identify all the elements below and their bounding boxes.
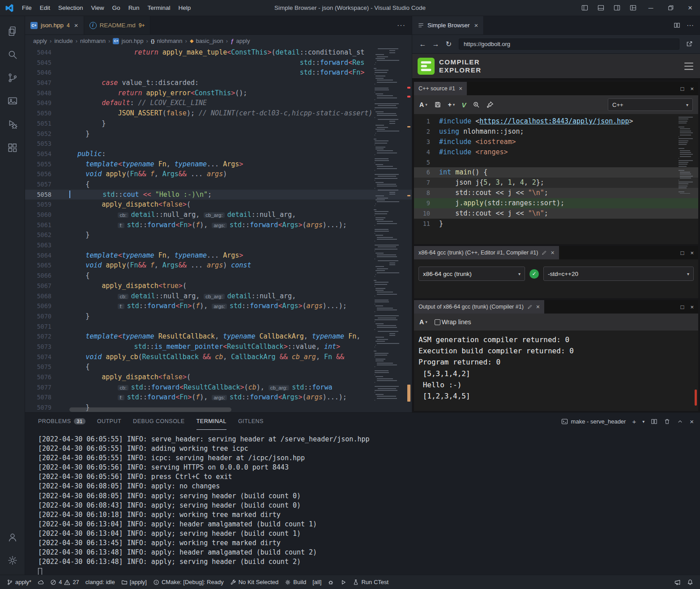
tab-simple-browser[interactable]: Simple Browser × <box>412 16 484 34</box>
language-select[interactable]: C++ ▾ <box>608 98 693 111</box>
rename-pencil-icon[interactable] <box>527 304 533 309</box>
split-terminal-icon[interactable] <box>651 418 657 425</box>
breadcrumb-item-basic-json[interactable]: ◆basic_json <box>190 38 223 44</box>
vim-mode-icon[interactable]: V <box>461 101 466 109</box>
breadcrumb-item-include[interactable]: include <box>54 38 73 44</box>
restore-button[interactable] <box>661 0 680 16</box>
menu-run[interactable]: Run <box>124 0 144 16</box>
forward-button[interactable]: → <box>430 38 442 50</box>
status-debug-target[interactable] <box>324 575 337 589</box>
add-pane-button[interactable]: +▾ <box>448 101 455 108</box>
panel-tab-gitlens[interactable]: GITLENS <box>238 413 264 430</box>
customize-layout-icon[interactable] <box>625 0 641 16</box>
menu-view[interactable]: View <box>87 0 108 16</box>
font-size-button[interactable]: A▾ <box>419 318 427 326</box>
breadcrumb-item-nlohmann[interactable]: {}nlohmann <box>151 38 183 44</box>
close-pane-icon[interactable]: × <box>690 250 694 256</box>
hamburger-menu-icon[interactable] <box>683 60 695 72</box>
account-icon[interactable] <box>2 525 23 549</box>
reload-button[interactable]: ↻ <box>443 38 455 50</box>
compiler-pane-tab[interactable]: x86-64 gcc (trunk) (C++, Editor #1, Comp… <box>414 246 559 259</box>
zoom-icon[interactable] <box>473 101 480 108</box>
save-icon[interactable] <box>434 101 441 108</box>
menu-edit[interactable]: Edit <box>36 0 54 16</box>
toggle-secondary-sidebar-icon[interactable] <box>609 0 625 16</box>
toggle-panel-icon[interactable] <box>593 0 609 16</box>
kill-terminal-icon[interactable] <box>664 418 670 425</box>
breadcrumb-item-apply[interactable]: ƒapply <box>230 38 250 44</box>
source-pane-tab[interactable]: C++ source #1 × <box>414 82 467 95</box>
terminal[interactable]: [2022-04-30 06:05:55] INFO: serve_header… <box>25 430 700 575</box>
menu-file[interactable]: File <box>18 0 36 16</box>
tab-json-hpp[interactable]: C+ json.hpp 4 × <box>25 16 84 34</box>
status-problems[interactable]: 427 <box>47 575 82 589</box>
status-cmake-project[interactable]: [apply] <box>118 575 150 589</box>
status-run-ctest[interactable]: Run CTest <box>350 575 392 589</box>
breadcrumb-item-json-hpp[interactable]: C+json.hpp <box>113 38 143 44</box>
rename-pencil-icon[interactable] <box>542 250 547 255</box>
breadcrumb-item-apply[interactable]: apply <box>33 38 47 44</box>
horizontal-scrollbar[interactable] <box>69 407 231 412</box>
status-git-branch[interactable]: apply* <box>4 575 34 589</box>
status-publish[interactable] <box>34 575 47 589</box>
close-icon[interactable]: × <box>551 249 554 256</box>
maximize-pane-icon[interactable]: □ <box>681 304 684 310</box>
more-actions-icon[interactable]: ··· <box>687 21 694 30</box>
godbolt-minimap[interactable] <box>679 117 696 194</box>
compiler-options-input[interactable]: -std=c++20 ▾ <box>543 267 694 281</box>
menu-terminal[interactable]: Terminal <box>143 0 174 16</box>
breadcrumb-item-nlohmann[interactable]: nlohmann <box>80 38 106 44</box>
menu-help[interactable]: Help <box>174 0 195 16</box>
split-editor-icon[interactable] <box>674 22 680 29</box>
new-terminal-icon[interactable]: + <box>632 418 636 425</box>
close-button[interactable]: × <box>680 0 700 16</box>
status-launch-target[interactable] <box>337 575 350 589</box>
close-icon[interactable]: × <box>536 303 540 310</box>
code-editor[interactable]: 5044 return apply_make_tuple<ConstThis>(… <box>25 47 412 412</box>
minimap[interactable] <box>373 48 405 407</box>
more-actions-icon[interactable]: ··· <box>391 21 412 30</box>
minimize-button[interactable]: ─ <box>641 0 661 16</box>
status-notifications[interactable] <box>684 575 696 589</box>
extensions-icon[interactable] <box>2 136 23 159</box>
close-tab-icon[interactable]: × <box>474 21 478 29</box>
close-tab-icon[interactable]: × <box>74 21 78 29</box>
compiler-select[interactable]: x86-64 gcc (trunk) ▾ <box>418 267 525 281</box>
output-pane-tab[interactable]: Output of x86-64 gcc (trunk) (Compiler #… <box>414 300 544 314</box>
pin-icon[interactable] <box>487 101 494 108</box>
maximize-panel-icon[interactable] <box>677 418 683 425</box>
menu-selection[interactable]: Selection <box>54 0 87 16</box>
panel-tab-debug-console[interactable]: DEBUG CONSOLE <box>133 413 185 430</box>
toggle-sidebar-icon[interactable] <box>576 0 593 16</box>
explorer-icon[interactable] <box>2 20 23 43</box>
terminal-picker[interactable]: make - serve_header <box>561 418 626 425</box>
close-panel-icon[interactable]: × <box>690 418 694 425</box>
panel-tab-terminal[interactable]: TERMINAL <box>196 413 226 430</box>
panel-tab-problems[interactable]: PROBLEMS31 <box>38 413 85 430</box>
status-build-target[interactable]: [all] <box>309 575 324 589</box>
status-feedback[interactable] <box>671 575 684 589</box>
url-bar[interactable]: https://godbolt.org <box>459 38 679 50</box>
close-pane-icon[interactable]: × <box>690 304 694 310</box>
back-button[interactable]: ← <box>417 38 429 50</box>
godbolt-code-editor[interactable]: 1#include <https://localhost:8443/apply/… <box>414 114 698 229</box>
close-icon[interactable]: × <box>459 85 462 92</box>
font-size-button[interactable]: A▾ <box>419 101 427 108</box>
close-pane-icon[interactable]: × <box>690 85 694 92</box>
live-preview-icon[interactable] <box>2 89 23 113</box>
open-external-icon[interactable] <box>683 38 696 50</box>
maximize-pane-icon[interactable]: □ <box>681 250 684 256</box>
maximize-pane-icon[interactable]: □ <box>681 85 684 92</box>
source-control-icon[interactable] <box>2 66 23 89</box>
status-cmake-kit[interactable]: No Kit Selected <box>227 575 282 589</box>
panel-tab-output[interactable]: OUTPUT <box>97 413 121 430</box>
tab-readme-md[interactable]: i README.md 9+ <box>84 16 151 34</box>
terminal-dropdown-icon[interactable]: ▾ <box>642 419 645 424</box>
compiler-explorer-logo-icon[interactable] <box>418 58 435 75</box>
output-scrollbar[interactable] <box>695 390 697 406</box>
search-icon[interactable] <box>2 43 23 66</box>
status-clangd-status[interactable]: clangd: idle <box>82 575 118 589</box>
status-cmake-status[interactable]: CMake: [Debug]: Ready <box>150 575 227 589</box>
settings-icon[interactable] <box>2 549 23 572</box>
status-cmake-build[interactable]: Build <box>282 575 309 589</box>
